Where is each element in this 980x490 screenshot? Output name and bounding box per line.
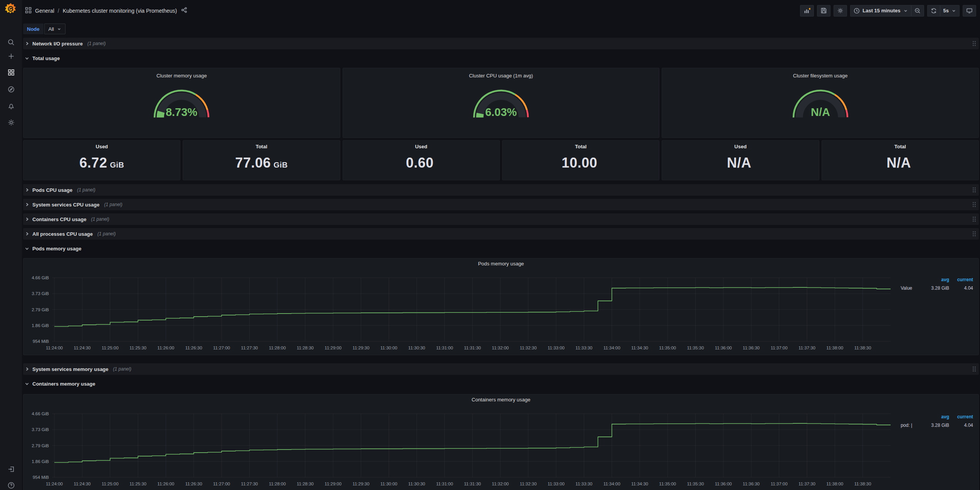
tv-icon[interactable] bbox=[963, 5, 976, 17]
panel-title[interactable]: Containers memory usage bbox=[24, 394, 978, 404]
panel-title[interactable]: Pods memory usage bbox=[24, 258, 978, 268]
row-system-services-cpu-usage[interactable]: System services CPU usage (1 panel) bbox=[23, 199, 979, 210]
drag-handle-icon[interactable] bbox=[972, 201, 977, 208]
svg-text:11:35:30: 11:35:30 bbox=[687, 346, 704, 350]
variables-bar: Node All bbox=[23, 23, 979, 34]
svg-text:11:30:30: 11:30:30 bbox=[408, 482, 425, 486]
panel-cluster-filesystem-usage[interactable]: Cluster filesystem usage N/A bbox=[662, 68, 979, 138]
svg-text:8.73%: 8.73% bbox=[166, 106, 197, 118]
breadcrumb-dashboard-title[interactable]: Kubernetes cluster monitoring (via Prome… bbox=[63, 8, 177, 14]
panel-title[interactable]: Cluster CPU usage (1m avg) bbox=[343, 70, 659, 81]
svg-text:1.86 GiB: 1.86 GiB bbox=[32, 323, 49, 328]
drag-handle-icon[interactable] bbox=[972, 231, 977, 237]
panel-title[interactable]: Cluster memory usage bbox=[24, 70, 340, 81]
svg-text:11:27:30: 11:27:30 bbox=[241, 346, 258, 350]
breadcrumb-separator: / bbox=[58, 8, 59, 14]
svg-text:11:36:30: 11:36:30 bbox=[743, 346, 760, 350]
row-pods-memory-usage[interactable]: Pods memory usage bbox=[23, 243, 979, 254]
svg-text:11:25:00: 11:25:00 bbox=[102, 346, 119, 350]
stat-panels: Used 6.72GiB Total 77.06GiB Used 0.60 To… bbox=[23, 140, 979, 180]
panel-containers-memory-usage[interactable]: Containers memory usage 954 MiB1.86 GiB2… bbox=[23, 394, 979, 490]
legend-sort-current[interactable]: current bbox=[949, 277, 973, 282]
panel-pods-memory-usage[interactable]: Pods memory usage 954 MiB1.86 GiB2.79 Gi… bbox=[23, 258, 979, 355]
refresh-icon[interactable] bbox=[927, 5, 940, 17]
time-picker-group: Last 15 minutes bbox=[850, 5, 924, 17]
gauge-cluster-filesystem: N/A bbox=[784, 81, 857, 122]
svg-text:954 MiB: 954 MiB bbox=[33, 339, 49, 344]
help-icon[interactable] bbox=[0, 478, 22, 490]
panel-memory-total[interactable]: Total 77.06GiB bbox=[183, 140, 340, 180]
grafana-logo[interactable] bbox=[4, 2, 17, 15]
svg-text:11:34:30: 11:34:30 bbox=[631, 346, 648, 350]
breadcrumb-folder[interactable]: General bbox=[35, 8, 54, 14]
svg-text:11:38:30: 11:38:30 bbox=[854, 346, 871, 350]
panel-filesystem-total[interactable]: Total N/A bbox=[822, 140, 979, 180]
svg-text:11:24:00: 11:24:00 bbox=[46, 346, 63, 350]
panel-cluster-cpu-usage[interactable]: Cluster CPU usage (1m avg) 6.03% bbox=[343, 68, 660, 138]
drag-handle-icon[interactable] bbox=[972, 216, 977, 222]
svg-text:954 MiB: 954 MiB bbox=[33, 475, 49, 480]
svg-text:11:31:00: 11:31:00 bbox=[436, 482, 453, 486]
refresh-interval-picker[interactable]: 5s bbox=[940, 5, 960, 17]
legend-sort-avg[interactable]: avg bbox=[916, 277, 949, 282]
svg-text:11:37:00: 11:37:00 bbox=[771, 346, 788, 350]
dashboards-icon[interactable] bbox=[0, 65, 22, 79]
chevron-right-icon bbox=[25, 217, 29, 222]
row-network-io-pressure[interactable]: Network I/O pressure (1 panel) bbox=[23, 38, 979, 49]
drag-handle-icon[interactable] bbox=[972, 187, 977, 193]
svg-text:11:38:00: 11:38:00 bbox=[826, 346, 843, 350]
legend-series-name[interactable]: Value bbox=[901, 285, 916, 291]
row-system-services-memory-usage[interactable]: System services memory usage (1 panel) bbox=[23, 363, 979, 375]
row-total-usage[interactable]: Total usage bbox=[23, 53, 979, 64]
svg-text:11:25:00: 11:25:00 bbox=[102, 482, 119, 486]
panel-cpu-used[interactable]: Used 0.60 bbox=[343, 140, 500, 180]
chevron-down-icon bbox=[25, 381, 29, 386]
svg-text:11:37:30: 11:37:30 bbox=[798, 346, 815, 350]
save-dashboard-icon[interactable] bbox=[817, 5, 830, 17]
svg-text:2.79 GiB: 2.79 GiB bbox=[32, 307, 49, 312]
svg-text:11:31:00: 11:31:00 bbox=[436, 346, 453, 350]
explore-icon[interactable] bbox=[0, 82, 22, 96]
containers-memory-chart: 954 MiB1.86 GiB2.79 GiB3.73 GiB4.66 GiB1… bbox=[24, 404, 978, 490]
chevron-right-icon bbox=[25, 367, 29, 371]
gauge-cluster-memory: 8.73% bbox=[145, 81, 218, 122]
svg-text:3.73 GiB: 3.73 GiB bbox=[32, 427, 49, 432]
svg-text:3.73 GiB: 3.73 GiB bbox=[32, 291, 49, 296]
refresh-group: 5s bbox=[927, 5, 960, 17]
legend-sort-avg[interactable]: avg bbox=[916, 414, 949, 420]
dashboard-settings-icon[interactable] bbox=[834, 5, 847, 17]
svg-text:11:26:30: 11:26:30 bbox=[185, 346, 202, 350]
row-all-processes-cpu-usage[interactable]: All processes CPU usage (1 panel) bbox=[23, 228, 979, 240]
panel-title[interactable]: Cluster filesystem usage bbox=[662, 70, 978, 81]
variable-value-dropdown[interactable]: All bbox=[44, 23, 66, 34]
legend-series-name[interactable]: pod: | bbox=[901, 423, 916, 428]
panel-memory-used[interactable]: Used 6.72GiB bbox=[23, 140, 180, 180]
time-range-picker[interactable]: Last 15 minutes bbox=[850, 5, 911, 17]
svg-text:11:28:00: 11:28:00 bbox=[269, 482, 286, 486]
row-pods-cpu-usage[interactable]: Pods CPU usage (1 panel) bbox=[23, 184, 979, 196]
panel-filesystem-used[interactable]: Used N/A bbox=[662, 140, 819, 180]
panel-cpu-total[interactable]: Total 10.00 bbox=[502, 140, 659, 180]
svg-text:11:26:00: 11:26:00 bbox=[157, 482, 174, 486]
search-icon[interactable] bbox=[0, 35, 22, 49]
settings-icon[interactable] bbox=[0, 116, 22, 129]
add-panel-icon[interactable] bbox=[800, 5, 814, 17]
row-containers-cpu-usage[interactable]: Containers CPU usage (1 panel) bbox=[23, 213, 979, 225]
plus-icon[interactable] bbox=[0, 49, 22, 63]
alerting-icon[interactable] bbox=[0, 99, 22, 113]
clock-icon bbox=[854, 8, 860, 14]
share-icon[interactable] bbox=[181, 7, 187, 14]
legend-sort-current[interactable]: current bbox=[949, 414, 973, 420]
svg-text:11:27:30: 11:27:30 bbox=[241, 482, 258, 486]
sign-in-icon[interactable] bbox=[0, 462, 22, 476]
drag-handle-icon[interactable] bbox=[972, 366, 977, 372]
row-containers-memory-usage[interactable]: Containers memory usage bbox=[23, 378, 979, 389]
zoom-out-icon[interactable] bbox=[911, 5, 924, 17]
variable-label: Node bbox=[23, 23, 44, 34]
svg-text:11:26:00: 11:26:00 bbox=[157, 346, 174, 350]
panel-cluster-memory-usage[interactable]: Cluster memory usage 8.73% bbox=[23, 68, 340, 138]
svg-text:11:28:30: 11:28:30 bbox=[297, 346, 314, 350]
legend-avg-value: 3.28 GiB bbox=[916, 285, 949, 291]
svg-text:11:28:30: 11:28:30 bbox=[297, 482, 314, 486]
drag-handle-icon[interactable] bbox=[972, 40, 977, 47]
